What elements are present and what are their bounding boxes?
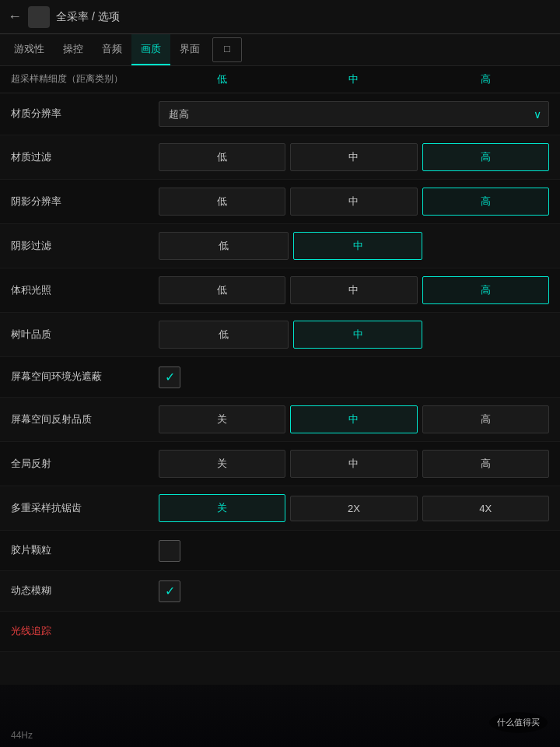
ssao-checkbox-area: ✓ — [159, 366, 549, 388]
texture-resolution-label: 材质分辨率 — [11, 107, 159, 121]
texture-filter-low[interactable]: 低 — [159, 143, 285, 171]
ssr-quality-options: 关 中 高 — [159, 405, 549, 433]
tab-extra[interactable]: □ — [212, 37, 242, 62]
setting-texture-resolution: 材质分辨率 低 中 高 超高 ∨ — [0, 93, 560, 135]
setting-foliage-quality: 树叶品质 低 中 — [0, 313, 560, 357]
setting-shadow-filter: 阴影过滤 低 中 — [0, 224, 560, 268]
shadow-filter-options: 低 中 — [159, 232, 549, 260]
msaa-label: 多重采样抗锯齿 — [11, 501, 159, 515]
setting-ssao: 屏幕空间环境光遮蔽 ✓ — [0, 357, 560, 398]
texture-filter-label: 材质过滤 — [11, 150, 159, 164]
global-ref-off[interactable]: 关 — [159, 450, 285, 478]
setting-volumetric-light: 体积光照 低 中 高 — [0, 268, 560, 313]
settings-table: 超采样精细度（距离类别） 低 中 高 材质分辨率 低 中 高 超高 — [0, 66, 560, 652]
foliage-mid[interactable]: 中 — [293, 321, 423, 349]
setting-raytracing: 光线追踪 — [0, 612, 560, 652]
texture-resolution-dropdown: 低 中 高 超高 ∨ — [159, 101, 549, 127]
msaa-4x[interactable]: 4X — [422, 496, 549, 521]
shadow-res-low[interactable]: 低 — [159, 188, 285, 216]
film-grain-checkbox[interactable]: ✓ — [159, 540, 180, 562]
top-bar: ← 全采率 / 选项 — [0, 0, 560, 34]
foliage-quality-label: 树叶品质 — [11, 328, 159, 342]
hz-label: 44Hz — [11, 730, 33, 741]
setting-motion-blur: 动态模糊 ✓ — [0, 571, 560, 612]
texture-filter-mid[interactable]: 中 — [290, 143, 417, 171]
ssr-quality-label: 屏幕空间反射品质 — [11, 412, 159, 426]
tab-control[interactable]: 操控 — [54, 34, 93, 65]
ssao-label: 屏幕空间环境光遮蔽 — [11, 370, 159, 384]
texture-filter-high[interactable]: 高 — [422, 143, 549, 171]
tab-quality[interactable]: 画质 — [131, 34, 170, 65]
setting-ssr-quality: 屏幕空间反射品质 关 中 高 — [0, 398, 560, 442]
msaa-2x[interactable]: 2X — [290, 496, 417, 521]
foliage-low[interactable]: 低 — [159, 321, 289, 349]
setting-msaa: 多重采样抗锯齿 关 2X 4X — [0, 486, 560, 531]
section-header-options: 低 中 高 — [159, 72, 549, 86]
app-icon — [28, 6, 50, 28]
ssr-high[interactable]: 高 — [422, 405, 549, 433]
film-grain-checkbox-area: ✓ — [159, 540, 549, 562]
section-header-low: 低 — [159, 72, 285, 86]
motion-blur-label: 动态模糊 — [11, 584, 159, 598]
shadow-filter-label: 阴影过滤 — [11, 239, 159, 253]
shadow-resolution-options: 低 中 高 — [159, 188, 549, 216]
page-title: 全采率 / 选项 — [56, 10, 552, 24]
shadow-filter-low[interactable]: 低 — [159, 232, 289, 260]
back-button[interactable]: ← — [8, 9, 22, 25]
bottom-bar: 44Hz 什么值得买 — [0, 685, 560, 747]
global-ref-mid[interactable]: 中 — [290, 450, 417, 478]
setting-texture-filter: 材质过滤 低 中 高 — [0, 135, 560, 180]
shadow-res-high[interactable]: 高 — [422, 188, 549, 216]
vol-light-high[interactable]: 高 — [422, 276, 549, 304]
tab-gaming[interactable]: 游戏性 — [5, 34, 54, 65]
ssr-off[interactable]: 关 — [159, 405, 285, 433]
ssao-checkbox[interactable]: ✓ — [159, 366, 180, 388]
tab-ui[interactable]: 界面 — [170, 34, 209, 65]
vol-light-mid[interactable]: 中 — [290, 276, 417, 304]
msaa-off[interactable]: 关 — [159, 494, 285, 522]
volumetric-light-options: 低 中 高 — [159, 276, 549, 304]
section-header: 超采样精细度（距离类别） 低 中 高 — [0, 66, 560, 93]
vol-light-low[interactable]: 低 — [159, 276, 285, 304]
foliage-quality-options: 低 中 — [159, 321, 549, 349]
msaa-options: 关 2X 4X — [159, 494, 549, 522]
shadow-res-mid[interactable]: 中 — [290, 188, 417, 216]
watermark: 什么值得买 — [489, 712, 548, 733]
setting-film-grain: 胶片颗粒 ✓ — [0, 531, 560, 571]
setting-shadow-resolution: 阴影分辨率 低 中 高 — [0, 180, 560, 224]
texture-resolution-select[interactable]: 低 中 高 超高 — [159, 101, 549, 127]
setting-global-reflection: 全局反射 关 中 高 — [0, 442, 560, 486]
motion-blur-checkbox[interactable]: ✓ — [159, 580, 180, 602]
shadow-resolution-label: 阴影分辨率 — [11, 195, 159, 209]
ssr-mid[interactable]: 中 — [290, 405, 417, 433]
texture-filter-options: 低 中 高 — [159, 143, 549, 171]
content-area: 超采样精细度（距离类别） 低 中 高 材质分辨率 低 中 高 超高 — [0, 66, 560, 745]
tab-audio[interactable]: 音频 — [93, 34, 131, 65]
global-reflection-label: 全局反射 — [11, 457, 159, 471]
app-container: ← 全采率 / 选项 游戏性 操控 音频 画质 界面 □ 超采样精细度（距离类别… — [0, 0, 560, 747]
raytracing-label[interactable]: 光线追踪 — [11, 624, 159, 638]
section-header-high: 高 — [422, 72, 549, 86]
tab-bar: 游戏性 操控 音频 画质 界面 □ — [0, 34, 560, 66]
volumetric-light-label: 体积光照 — [11, 283, 159, 297]
global-ref-high[interactable]: 高 — [422, 450, 549, 478]
motion-blur-checkbox-area: ✓ — [159, 580, 549, 602]
film-grain-label: 胶片颗粒 — [11, 543, 159, 557]
section-header-label: 超采样精细度（距离类别） — [11, 72, 159, 86]
shadow-filter-mid[interactable]: 中 — [293, 232, 423, 260]
section-header-mid: 中 — [290, 72, 417, 86]
global-reflection-options: 关 中 高 — [159, 450, 549, 478]
